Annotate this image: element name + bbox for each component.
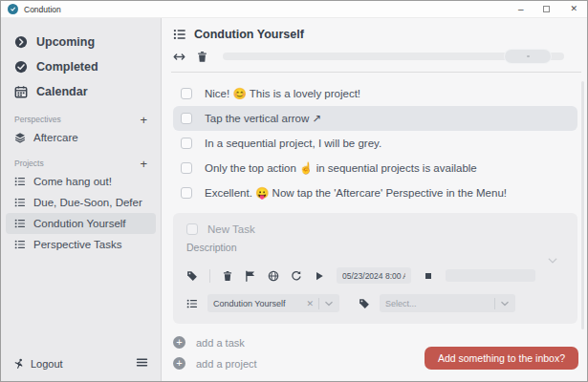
task-checkbox[interactable] [181, 88, 192, 99]
sidebar-project-come-hang-out[interactable]: Come hang out! [6, 171, 156, 192]
tag-icon[interactable] [186, 270, 198, 282]
arrows-horizontal-icon[interactable] [173, 51, 185, 63]
sidebar-item-label: Upcoming [36, 35, 95, 49]
sidebar: Upcoming Completed Calendar Perspectives… [1, 18, 162, 381]
play-icon[interactable] [314, 270, 325, 282]
list-icon [14, 197, 26, 208]
sidebar-project-due-duesoon-defer[interactable]: Due, Due-Soon, Defer [6, 192, 156, 213]
list-icon [14, 218, 26, 229]
logout-button[interactable]: Logout [31, 358, 63, 370]
tag-select-placeholder: Select... [385, 299, 417, 308]
logout-icon [13, 358, 25, 370]
trash-icon[interactable] [222, 270, 233, 282]
calendar-icon [14, 85, 28, 98]
maximize-button[interactable] [543, 6, 550, 12]
sidebar-item-label: Due, Due-Soon, Defer [33, 197, 142, 208]
sidebar-item-label: Calendar [36, 85, 88, 98]
add-project-button[interactable]: + [140, 159, 147, 168]
add-project-label: add a project [196, 358, 257, 370]
task-list: Nice! 😊 This is a lovely project! Tap th… [173, 81, 577, 205]
sidebar-project-condution-yourself[interactable]: Condution Yourself [6, 213, 156, 234]
perspectives-section-label: Perspectives [14, 115, 61, 124]
sidebar-item-label: Come hang out! [33, 176, 112, 187]
page-title: Condution Yourself [194, 28, 304, 41]
new-task-title-input[interactable]: New Task [207, 223, 255, 235]
sidebar-item-label: Condution Yourself [33, 218, 126, 229]
defer-date-input[interactable] [337, 267, 411, 284]
projects-section-label: Projects [14, 159, 44, 168]
trash-icon[interactable] [196, 51, 208, 63]
slider-handle[interactable] [505, 50, 551, 63]
select-divider [494, 298, 495, 309]
close-button[interactable]: ✕ [570, 5, 577, 13]
sidebar-item-label: Aftercare [33, 132, 78, 143]
project-select[interactable]: Condution Yourself ✕ [207, 294, 339, 312]
project-list-icon [186, 298, 198, 309]
task-row[interactable]: Tap the vertical arrow ↗ [173, 106, 577, 131]
list-icon [14, 176, 26, 187]
task-text: Tap the vertical arrow ↗ [205, 112, 321, 125]
repeat-icon[interactable] [291, 270, 302, 282]
new-task-checkbox[interactable] [186, 223, 198, 235]
sidebar-project-perspective-tasks[interactable]: Perspective Tasks [6, 234, 156, 255]
perspectives-section-header: Perspectives + [1, 104, 161, 127]
vertical-scrollbar[interactable] [581, 81, 584, 329]
task-checkbox[interactable] [181, 138, 192, 149]
layers-icon [14, 132, 26, 143]
hamburger-icon [136, 357, 148, 368]
toolbar-divider [209, 269, 210, 283]
chevron-down-icon[interactable] [324, 299, 334, 308]
select-divider [318, 298, 319, 309]
task-checkbox[interactable] [181, 113, 192, 124]
task-checkbox[interactable] [181, 187, 192, 199]
collapse-card-button[interactable] [547, 253, 558, 270]
task-row[interactable]: Excellent. 😛 Now tap the 'Aftercare' Per… [173, 180, 577, 205]
list-icon [14, 239, 26, 250]
projects-section-header: Projects + [1, 148, 161, 171]
flag-icon[interactable] [245, 270, 256, 282]
new-task-description-input[interactable]: Description [186, 242, 564, 253]
add-perspective-button[interactable]: + [140, 116, 147, 124]
main-panel: Condution Yourself Nice! 😊 This is a lov… [162, 18, 587, 381]
minimize-button[interactable]: – [518, 5, 524, 14]
globe-icon[interactable] [268, 270, 279, 282]
sidebar-item-label: Perspective Tasks [33, 239, 121, 250]
tag-select[interactable]: Select... [380, 294, 515, 312]
task-text: Nice! 😊 This is a lovely project! [205, 87, 360, 100]
add-task-label: add a task [196, 337, 245, 349]
task-row[interactable]: In a sequential project, I will be grey. [173, 131, 577, 156]
stop-icon[interactable] [423, 270, 434, 282]
due-date-input[interactable] [446, 269, 535, 282]
app-logo-icon [8, 4, 18, 14]
tag-icon [359, 298, 370, 309]
window-title: Condution [24, 5, 61, 14]
task-text: Only the top action ☝️ in sequential pro… [205, 161, 477, 175]
sidebar-item-label: Completed [36, 60, 98, 74]
sidebar-item-aftercare[interactable]: Aftercare [6, 127, 156, 148]
plus-circle-icon: + [173, 336, 185, 349]
plus-circle-icon: + [173, 357, 185, 370]
chevron-circle-icon [14, 35, 28, 49]
sidebar-item-upcoming[interactable]: Upcoming [1, 30, 161, 54]
chevron-down-icon[interactable] [500, 299, 510, 308]
task-checkbox[interactable] [181, 162, 192, 174]
task-text: In a sequential project, I will be grey. [205, 138, 381, 149]
clear-project-icon[interactable]: ✕ [306, 299, 314, 308]
chevron-down-icon [547, 255, 558, 266]
task-text: Excellent. 😛 Now tap the 'Aftercare' Per… [205, 186, 507, 200]
titlebar: Condution – ✕ [1, 1, 587, 18]
header-divider [171, 72, 581, 73]
project-progress-slider[interactable] [223, 53, 564, 60]
collapse-sidebar-button[interactable] [136, 357, 148, 370]
sidebar-item-calendar[interactable]: Calendar [1, 79, 161, 104]
app-window: Condution – ✕ Upcoming Completed Calenda… [0, 0, 588, 382]
check-circle-icon [14, 60, 28, 74]
project-list-icon [173, 28, 186, 41]
task-row[interactable]: Only the top action ☝️ in sequential pro… [173, 156, 577, 180]
new-task-card: New Task Description [173, 213, 577, 324]
task-row[interactable]: Nice! 😊 This is a lovely project! [173, 81, 577, 106]
project-select-value: Condution Yourself [213, 299, 286, 308]
sidebar-item-completed[interactable]: Completed [1, 54, 161, 79]
inbox-toast-button[interactable]: Add something to the inbox? [425, 347, 578, 370]
